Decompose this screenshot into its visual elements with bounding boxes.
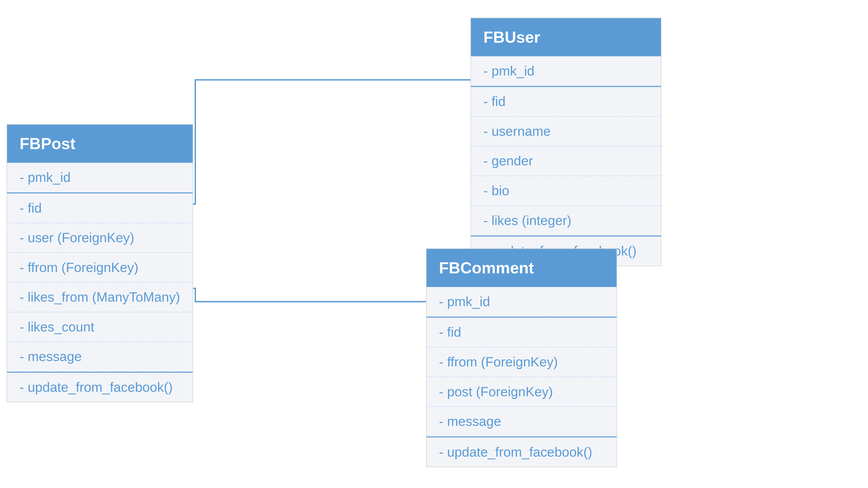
fbpost-update_method: - update_from_facebook() <box>7 372 193 402</box>
fbpost-title: FBPost <box>20 134 75 153</box>
fbpost-ffrom: - ffrom (ForeignKey) <box>7 253 193 283</box>
fbpost-user: - user (ForeignKey) <box>7 223 193 253</box>
fbuser-username: - username <box>471 117 661 147</box>
fbcomment-message: - message <box>427 407 616 437</box>
fbuser-fields: - pmk_id - fid - username - gender - bio… <box>471 56 661 266</box>
fbcomment-fields: - pmk_id - fid - ffrom (ForeignKey) - po… <box>427 287 616 466</box>
fbpost-likes_count: - likes_count <box>7 312 193 342</box>
fbpost-header: FBPost <box>7 125 193 163</box>
fbpost-pmk_id: - pmk_id <box>7 163 193 193</box>
fbpost-message: - message <box>7 342 193 372</box>
diagram-canvas: FBPost - pmk_id - fid - user (ForeignKey… <box>0 0 666 488</box>
fbcomment-title: FBComment <box>439 259 534 277</box>
fbuser-pmk_id: - pmk_id <box>471 56 661 86</box>
fbcomment-header: FBComment <box>427 249 616 287</box>
fbuser-likes: - likes (integer) <box>471 206 661 236</box>
fbuser-header: FBUser <box>471 18 661 57</box>
fbcomment-card: FBComment - pmk_id - fid - ffrom (Foreig… <box>426 249 617 467</box>
connector-post-to-comment <box>193 288 426 302</box>
fbuser-bio: - bio <box>471 176 661 206</box>
fbcomment-update_method: - update_from_facebook() <box>427 436 616 467</box>
connector-post-to-user <box>193 80 470 204</box>
fbuser-gender: - gender <box>471 147 661 176</box>
fbcomment-ffrom: - ffrom (ForeignKey) <box>427 348 616 377</box>
fbpost-likes_from: - likes_from (ManyToMany) <box>7 283 193 313</box>
fbuser-card: FBUser - pmk_id - fid - username - gende… <box>470 18 661 266</box>
fbpost-fid: - fid <box>7 193 193 223</box>
fbcomment-pmk_id: - pmk_id <box>427 287 616 317</box>
fbuser-fid: - fid <box>471 86 661 117</box>
fbcomment-post: - post (ForeignKey) <box>427 377 616 407</box>
fbpost-card: FBPost - pmk_id - fid - user (ForeignKey… <box>6 124 193 402</box>
fbcomment-fid: - fid <box>427 317 616 347</box>
fbuser-title: FBUser <box>483 28 540 46</box>
fbpost-fields: - pmk_id - fid - user (ForeignKey) - ffr… <box>7 163 193 402</box>
